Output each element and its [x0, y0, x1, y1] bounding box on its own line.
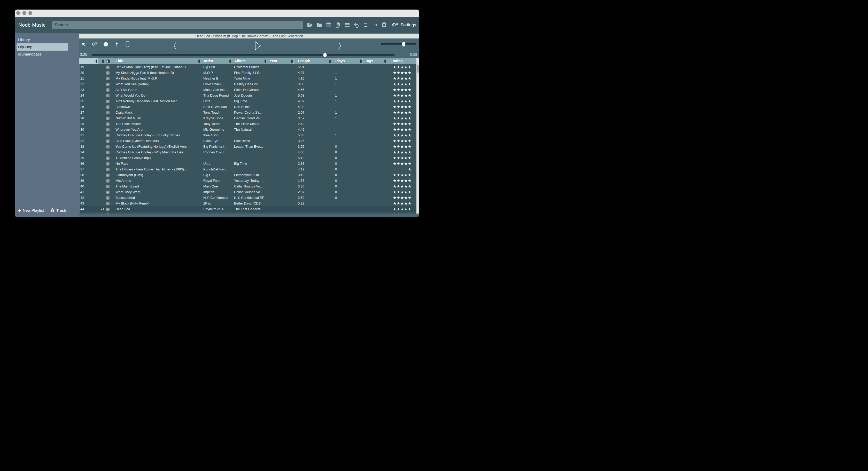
star-filled-icon[interactable]: ★ [397, 70, 400, 75]
star-filled-icon[interactable]: ★ [400, 156, 404, 160]
star-dim-icon[interactable]: ★ [393, 167, 397, 171]
track-rating[interactable]: ★★★★★ [387, 155, 416, 161]
track-checkbox-cell[interactable] [105, 206, 111, 212]
track-checkbox[interactable] [106, 88, 110, 92]
table-row[interactable]: 23 Ain't No Game Masta Ace Inc… Sittin' … [79, 87, 419, 93]
scrollbar-thumb[interactable] [417, 65, 419, 73]
track-rating[interactable]: ★★★★★ [387, 132, 416, 138]
track-checkbox-cell[interactable] [105, 93, 111, 98]
track-rating[interactable]: ★★★★★ [387, 172, 416, 178]
star-filled-icon[interactable]: ★ [400, 161, 404, 166]
star-filled-icon[interactable]: ★ [408, 161, 411, 166]
star-filled-icon[interactable]: ★ [404, 173, 408, 177]
star-filled-icon[interactable]: ★ [400, 104, 404, 109]
track-checkbox-cell[interactable] [105, 110, 111, 116]
star-filled-icon[interactable]: ★ [408, 173, 411, 177]
table-row[interactable]: 30 Wherever You Are Mic Geronimo The Nat… [79, 127, 419, 132]
track-checkbox-cell[interactable] [105, 138, 111, 144]
star-filled-icon[interactable]: ★ [400, 88, 404, 92]
track-rating[interactable]: ★★★★★ [387, 98, 416, 104]
track-rating[interactable]: ★★★★★ [387, 150, 416, 155]
star-filled-icon[interactable]: ★ [408, 88, 411, 92]
star-filled-icon[interactable]: ★ [393, 93, 397, 98]
window-titlebar[interactable] [15, 9, 419, 17]
track-checkbox[interactable] [106, 156, 110, 160]
track-checkbox-cell[interactable] [105, 127, 111, 132]
track-checkbox[interactable] [106, 100, 110, 103]
column-header-plays[interactable]: Plays [332, 58, 363, 64]
export-arrow-icon[interactable] [372, 22, 378, 28]
table-row[interactable]: 19 Bet Ya Man Can't (Triz) (feat. Fat Jo… [79, 64, 419, 70]
track-checkbox-cell[interactable] [105, 70, 111, 76]
star-filled-icon[interactable]: ★ [397, 133, 400, 137]
folder-icon[interactable] [316, 22, 322, 28]
star-filled-icon[interactable]: ★ [408, 99, 411, 103]
star-filled-icon[interactable]: ★ [393, 88, 397, 92]
star-filled-icon[interactable]: ★ [404, 99, 408, 103]
star-filled-icon[interactable]: ★ [397, 65, 400, 69]
track-checkbox[interactable] [106, 66, 110, 69]
table-row[interactable]: 35 11 Untitled Groove.mp3 5:13 0 ★★★★★ [79, 155, 419, 161]
track-rating[interactable]: ★★★★★ [387, 206, 416, 212]
star-filled-icon[interactable]: ★ [400, 133, 404, 137]
star-filled-icon[interactable]: ★ [397, 93, 400, 98]
star-filled-icon[interactable]: ★ [397, 144, 400, 149]
track-checkbox-cell[interactable] [105, 184, 111, 189]
track-rating[interactable]: ★★★★★ [387, 201, 416, 206]
star-filled-icon[interactable]: ★ [393, 139, 397, 143]
star-filled-icon[interactable]: ★ [393, 150, 397, 154]
star-filled-icon[interactable]: ★ [400, 65, 404, 69]
settings-button[interactable]: ⚙⚙ Settings [392, 22, 416, 28]
column-header-checkbox[interactable] [105, 58, 111, 64]
star-dim-icon[interactable]: ★ [397, 167, 400, 171]
star-filled-icon[interactable]: ★ [404, 144, 408, 149]
star-filled-icon[interactable]: ★ [404, 127, 408, 132]
star-filled-icon[interactable]: ★ [404, 76, 408, 81]
star-filled-icon[interactable]: ★ [400, 139, 404, 143]
seek-knob[interactable] [323, 53, 327, 58]
close-window-icon[interactable] [16, 11, 20, 15]
star-filled-icon[interactable]: ★ [404, 207, 408, 211]
star-filled-icon[interactable]: ★ [400, 70, 404, 75]
star-filled-icon[interactable]: ★ [400, 122, 404, 126]
table-row[interactable]: 29 The Piece Maker Tony Touch The Piece … [79, 121, 419, 127]
star-filled-icon[interactable]: ★ [393, 173, 397, 177]
star-filled-icon[interactable]: ★ [393, 104, 397, 109]
star-filled-icon[interactable]: ★ [397, 99, 400, 103]
star-filled-icon[interactable]: ★ [397, 195, 400, 200]
star-filled-icon[interactable]: ★ [408, 201, 411, 206]
star-filled-icon[interactable]: ★ [393, 116, 397, 120]
star-filled-icon[interactable]: ★ [408, 116, 411, 120]
star-filled-icon[interactable]: ★ [397, 116, 400, 120]
track-checkbox[interactable] [106, 202, 110, 205]
star-filled-icon[interactable]: ★ [397, 201, 400, 206]
track-checkbox[interactable] [106, 134, 110, 137]
track-checkbox-cell[interactable] [105, 172, 111, 178]
star-filled-icon[interactable]: ★ [404, 104, 408, 109]
table-row[interactable]: 41 What They Want Imperial Cellar Sounds… [79, 189, 419, 195]
star-filled-icon[interactable]: ★ [404, 65, 408, 69]
column-header-album[interactable]: Album [232, 58, 267, 64]
star-filled-icon[interactable]: ★ [400, 93, 404, 98]
star-filled-icon[interactable]: ★ [400, 82, 404, 86]
track-rating[interactable]: ★★★★★ [387, 184, 416, 189]
star-filled-icon[interactable]: ★ [404, 184, 408, 189]
table-row[interactable]: 40 The Main Event Main One Cellar Sounds… [79, 184, 419, 189]
star-filled-icon[interactable]: ★ [408, 70, 411, 75]
table-row[interactable]: 26 Bucktown Smif-N-Wessun Dah Shinin' 4:… [79, 104, 419, 110]
sync-icon[interactable] [363, 22, 369, 28]
star-filled-icon[interactable]: ★ [400, 127, 404, 132]
track-checkbox-cell[interactable] [105, 98, 111, 104]
track-rating[interactable]: ★★★★★ [387, 178, 416, 184]
star-filled-icon[interactable]: ★ [400, 201, 404, 206]
star-filled-icon[interactable]: ★ [393, 70, 397, 75]
table-row[interactable]: 28 Nuthin' But Music Krayzie Bone Gemini… [79, 116, 419, 121]
star-filled-icon[interactable]: ★ [400, 99, 404, 103]
new-playlist-button[interactable]: + New Playlist [18, 208, 44, 213]
star-filled-icon[interactable]: ★ [397, 173, 400, 177]
star-filled-icon[interactable]: ★ [400, 184, 404, 189]
table-row[interactable]: 25 Ain't Nobody Happenin' Feat. Motion M… [79, 98, 419, 104]
star-filled-icon[interactable]: ★ [404, 116, 408, 120]
star-filled-icon[interactable]: ★ [404, 201, 408, 206]
star-filled-icon[interactable]: ★ [393, 184, 397, 189]
